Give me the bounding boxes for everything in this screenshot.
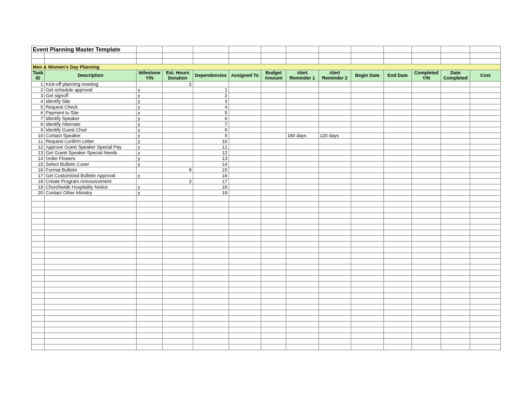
cell[interactable]	[441, 327, 470, 333]
task-desc[interactable]: Identify Guest Choir	[45, 127, 137, 133]
cell[interactable]	[45, 219, 137, 224]
date-completed[interactable]	[441, 116, 470, 122]
cell[interactable]	[411, 219, 441, 224]
cell[interactable]	[441, 253, 470, 259]
cell[interactable]	[229, 213, 261, 219]
task-id[interactable]: 14	[32, 156, 45, 162]
milestone[interactable]: y	[137, 127, 163, 133]
cell[interactable]	[137, 230, 163, 236]
cell[interactable]	[470, 202, 501, 207]
cell[interactable]	[137, 202, 163, 207]
cell[interactable]	[32, 322, 45, 327]
cell[interactable]	[32, 219, 45, 224]
milestone[interactable]: y	[137, 162, 163, 167]
cell[interactable]	[137, 276, 163, 282]
completed[interactable]	[411, 139, 441, 144]
cell[interactable]	[193, 322, 229, 327]
cell[interactable]	[286, 59, 319, 64]
cell[interactable]	[411, 282, 441, 287]
alert-2[interactable]	[318, 82, 351, 87]
cell[interactable]	[286, 196, 319, 202]
cell[interactable]	[193, 53, 229, 59]
cell[interactable]	[137, 299, 163, 304]
cell[interactable]	[137, 259, 163, 264]
cell[interactable]	[32, 213, 45, 219]
cell[interactable]	[351, 259, 384, 264]
alert-1[interactable]	[286, 87, 319, 93]
cost[interactable]	[470, 82, 501, 87]
cell[interactable]	[193, 46, 229, 53]
dependencies[interactable]: 17	[193, 179, 229, 184]
cell[interactable]	[470, 304, 501, 310]
cell[interactable]	[193, 333, 229, 339]
est-hours[interactable]	[163, 122, 193, 127]
cell[interactable]	[470, 253, 501, 259]
cell[interactable]	[470, 327, 501, 333]
date-completed[interactable]	[441, 87, 470, 93]
milestone[interactable]: y	[137, 99, 163, 104]
cell[interactable]	[286, 270, 319, 276]
dependencies[interactable]: 3	[193, 99, 229, 104]
cell[interactable]	[286, 287, 319, 293]
completed[interactable]	[411, 167, 441, 173]
cell[interactable]	[318, 253, 351, 259]
end-date[interactable]	[383, 82, 411, 87]
begin-date[interactable]	[351, 190, 384, 196]
cell[interactable]	[286, 230, 319, 236]
cell[interactable]	[286, 207, 319, 213]
begin-date[interactable]	[351, 156, 384, 162]
cell[interactable]	[45, 224, 137, 230]
cell[interactable]	[32, 59, 45, 64]
cell[interactable]	[351, 339, 384, 344]
est-hours[interactable]	[163, 139, 193, 144]
cell[interactable]	[229, 322, 261, 327]
task-desc[interactable]: Kick-off planning meeting	[45, 82, 137, 87]
milestone[interactable]	[137, 167, 163, 173]
cell[interactable]	[351, 310, 384, 316]
cell[interactable]	[229, 339, 261, 344]
budget[interactable]	[261, 122, 286, 127]
completed[interactable]	[411, 99, 441, 104]
cell[interactable]	[318, 333, 351, 339]
cell[interactable]	[137, 316, 163, 322]
cell[interactable]	[137, 46, 163, 53]
alert-1[interactable]	[286, 139, 319, 144]
task-desc[interactable]: Create Program Announcement	[45, 179, 137, 184]
cell[interactable]	[470, 196, 501, 202]
cell[interactable]	[229, 304, 261, 310]
cell[interactable]	[163, 224, 193, 230]
cell[interactable]	[318, 270, 351, 276]
cell[interactable]	[318, 202, 351, 207]
cell[interactable]	[286, 304, 319, 310]
cell[interactable]	[163, 299, 193, 304]
budget[interactable]	[261, 173, 286, 179]
cell[interactable]	[261, 310, 286, 316]
cell[interactable]	[261, 287, 286, 293]
cell[interactable]	[286, 247, 319, 253]
est-hours[interactable]: 8	[163, 167, 193, 173]
alert-2[interactable]	[318, 162, 351, 167]
cell[interactable]	[163, 230, 193, 236]
cell[interactable]	[45, 230, 137, 236]
cell[interactable]	[261, 270, 286, 276]
cell[interactable]	[351, 59, 384, 64]
date-completed[interactable]	[441, 139, 470, 144]
cell[interactable]	[193, 344, 229, 350]
begin-date[interactable]	[351, 184, 384, 190]
cell[interactable]	[45, 293, 137, 299]
cell[interactable]	[383, 242, 411, 247]
task-id[interactable]: 8	[32, 122, 45, 127]
cell[interactable]	[286, 53, 319, 59]
col-header-bud[interactable]: Budget Amount	[261, 70, 286, 82]
assigned-to[interactable]	[229, 99, 261, 104]
cell[interactable]	[441, 213, 470, 219]
task-id[interactable]: 6	[32, 110, 45, 116]
alert-1[interactable]	[286, 162, 319, 167]
est-hours[interactable]	[163, 87, 193, 93]
task-desc[interactable]: Get Customized Bulletin Approval	[45, 173, 137, 179]
assigned-to[interactable]	[229, 173, 261, 179]
budget[interactable]	[261, 82, 286, 87]
cell[interactable]	[441, 236, 470, 242]
cell[interactable]	[32, 247, 45, 253]
cell[interactable]	[163, 46, 193, 53]
